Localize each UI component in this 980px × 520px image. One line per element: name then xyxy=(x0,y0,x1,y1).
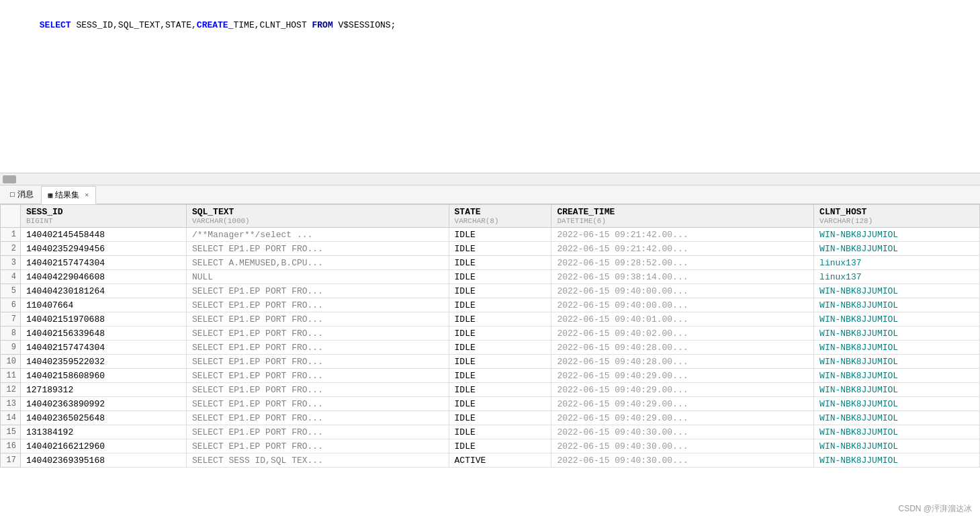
cell-clnt-host: WIN-NBK8JJUMIOL xyxy=(814,327,980,341)
cell-create-time: 2022-06-15 09:21:42.00... xyxy=(551,242,814,256)
table-row: 1140402145458448/**Manager**/select ...I… xyxy=(1,228,980,242)
cell-create-time: 2022-06-15 09:40:30.00... xyxy=(551,425,814,439)
cell-sess-id: 140402363890992 xyxy=(21,397,187,411)
row-number: 11 xyxy=(1,369,21,383)
cell-sess-id: 140402151970688 xyxy=(21,312,187,327)
cell-state: IDLE xyxy=(449,284,551,298)
cell-sess-id: 140402156339648 xyxy=(21,327,187,341)
cell-create-time: 2022-06-15 09:40:02.00... xyxy=(551,327,814,341)
sql-text-2: _TIME,CLNT_HOST xyxy=(228,20,312,30)
cell-sess-id: 140404229046608 xyxy=(21,270,187,284)
cell-sess-id: 140402166212960 xyxy=(21,439,187,453)
cell-state: IDLE xyxy=(449,439,551,453)
cell-clnt-host: WIN-NBK8JJUMIOL xyxy=(814,411,980,425)
cell-create-time: 2022-06-15 09:40:30.00... xyxy=(551,439,814,453)
cell-clnt-host: WIN-NBK8JJUMIOL xyxy=(814,284,980,298)
watermark: CSDN @泙湃溜达冰 xyxy=(898,503,972,515)
cell-sql-text: SELECT EP1.EP PORT FRO... xyxy=(186,425,449,439)
cell-sess-id: 140402369395168 xyxy=(21,453,187,468)
results-area[interactable]: SESS_ID BIGINT SQL_TEXT VARCHAR(1000) ST… xyxy=(0,204,980,520)
cell-sess-id: 140402352949456 xyxy=(21,242,187,256)
bottom-panel: □ 消息 ▦ 结果集 ✕ SESS_ID BIGINT xyxy=(0,185,980,520)
table-header-row: SESS_ID BIGINT SQL_TEXT VARCHAR(1000) ST… xyxy=(1,205,980,228)
cell-sql-text: SELECT EP1.EP PORT FRO... xyxy=(186,439,449,453)
cell-create-time: 2022-06-15 09:40:00.00... xyxy=(551,284,814,298)
col-header-sess-id: SESS_ID BIGINT xyxy=(21,205,187,228)
cell-state: IDLE xyxy=(449,256,551,270)
row-number: 2 xyxy=(1,242,21,256)
tab-messages[interactable]: □ 消息 xyxy=(3,185,41,204)
row-number: 7 xyxy=(1,312,21,327)
cell-sess-id: 140402157474304 xyxy=(21,341,187,355)
cell-sql-text: SELECT EP1.EP PORT FRO... xyxy=(186,312,449,327)
cell-sql-text: SELECT EP1.EP PORT FRO... xyxy=(186,397,449,411)
tab-bar: □ 消息 ▦ 结果集 ✕ xyxy=(0,185,980,204)
row-number: 5 xyxy=(1,284,21,298)
cell-create-time: 2022-06-15 09:40:29.00... xyxy=(551,369,814,383)
table-row: 10140402359522032SELECT EP1.EP PORT FRO.… xyxy=(1,355,980,369)
cell-clnt-host: linux137 xyxy=(814,270,980,284)
cell-clnt-host: WIN-NBK8JJUMIOL xyxy=(814,228,980,242)
cell-sess-id: 140402365025648 xyxy=(21,411,187,425)
table-row: 5140404230181264SELECT EP1.EP PORT FRO..… xyxy=(1,284,980,298)
cell-sql-text: SELECT A.MEMUSED,B.CPU... xyxy=(186,256,449,270)
cell-sess-id: 140402157474304 xyxy=(21,256,187,270)
cell-state: IDLE xyxy=(449,369,551,383)
cell-clnt-host: WIN-NBK8JJUMIOL xyxy=(814,397,980,411)
cell-clnt-host: WIN-NBK8JJUMIOL xyxy=(814,453,980,468)
cell-sess-id: 140402359522032 xyxy=(21,355,187,369)
cell-state: IDLE xyxy=(449,383,551,397)
row-number: 17 xyxy=(1,453,21,468)
row-number: 15 xyxy=(1,425,21,439)
cell-clnt-host: WIN-NBK8JJUMIOL xyxy=(814,242,980,256)
cell-create-time: 2022-06-15 09:40:29.00... xyxy=(551,383,814,397)
message-icon: □ xyxy=(10,191,15,199)
cell-sql-text: /**Manager**/select ... xyxy=(186,228,449,242)
table-row: 13140402363890992SELECT EP1.EP PORT FRO.… xyxy=(1,397,980,411)
table-row: 9140402157474304SELECT EP1.EP PORT FRO..… xyxy=(1,341,980,355)
row-number: 10 xyxy=(1,355,21,369)
horizontal-scrollbar[interactable] xyxy=(0,173,980,185)
cell-create-time: 2022-06-15 09:40:01.00... xyxy=(551,312,814,327)
tab-results[interactable]: ▦ 结果集 ✕ xyxy=(41,186,97,204)
cell-sess-id: 131384192 xyxy=(21,425,187,439)
sql-line-1: SELECT SESS_ID,SQL_TEXT,STATE,CREATE_TIM… xyxy=(8,5,972,46)
cell-sql-text: NULL xyxy=(186,270,449,284)
col-header-create-time: CREATE_TIME DATETIME(6) xyxy=(551,205,814,228)
cell-create-time: 2022-06-15 09:40:30.00... xyxy=(551,453,814,468)
table-body: 1140402145458448/**Manager**/select ...I… xyxy=(1,228,980,468)
row-number: 1 xyxy=(1,228,21,242)
col-header-clnt-host: CLNT_HOST VARCHAR(128) xyxy=(814,205,980,228)
table-row: 2140402352949456SELECT EP1.EP PORT FRO..… xyxy=(1,242,980,256)
keyword-from: FROM xyxy=(312,20,333,30)
table-row: 3140402157474304SELECT A.MEMUSED,B.CPU..… xyxy=(1,256,980,270)
cell-create-time: 2022-06-15 09:38:14.00... xyxy=(551,270,814,284)
cell-sql-text: SELECT EP1.EP PORT FRO... xyxy=(186,327,449,341)
cell-clnt-host: WIN-NBK8JJUMIOL xyxy=(814,355,980,369)
close-icon[interactable]: ✕ xyxy=(85,191,89,199)
cell-state: IDLE xyxy=(449,312,551,327)
row-number: 14 xyxy=(1,411,21,425)
table-row: 8140402156339648SELECT EP1.EP PORT FRO..… xyxy=(1,327,980,341)
grid-icon: ▦ xyxy=(48,191,53,200)
cell-clnt-host: WIN-NBK8JJUMIOL xyxy=(814,312,980,327)
cell-sql-text: SELECT EP1.EP PORT FRO... xyxy=(186,411,449,425)
cell-state: IDLE xyxy=(449,270,551,284)
cell-state: IDLE xyxy=(449,298,551,312)
cell-state: IDLE xyxy=(449,242,551,256)
row-number: 12 xyxy=(1,383,21,397)
cell-create-time: 2022-06-15 09:40:29.00... xyxy=(551,411,814,425)
sql-editor[interactable]: SELECT SESS_ID,SQL_TEXT,STATE,CREATE_TIM… xyxy=(0,0,980,173)
cell-sql-text: SELECT EP1.EP PORT FRO... xyxy=(186,369,449,383)
cell-sql-text: SELECT EP1.EP PORT FRO... xyxy=(186,298,449,312)
cell-state: IDLE xyxy=(449,228,551,242)
col-header-state: STATE VARCHAR(8) xyxy=(449,205,551,228)
cell-create-time: 2022-06-15 09:40:28.00... xyxy=(551,341,814,355)
table-row: 17140402369395168SELECT SESS ID,SQL TEX.… xyxy=(1,453,980,468)
sql-text-3: V$SESSIONS; xyxy=(333,20,396,30)
cell-sql-text: SELECT SESS ID,SQL TEX... xyxy=(186,453,449,468)
tab-results-label: 结果集 xyxy=(55,189,79,201)
cell-create-time: 2022-06-15 09:40:28.00... xyxy=(551,355,814,369)
table-row: 7140402151970688SELECT EP1.EP PORT FRO..… xyxy=(1,312,980,327)
scrollbar-thumb[interactable] xyxy=(3,175,16,183)
